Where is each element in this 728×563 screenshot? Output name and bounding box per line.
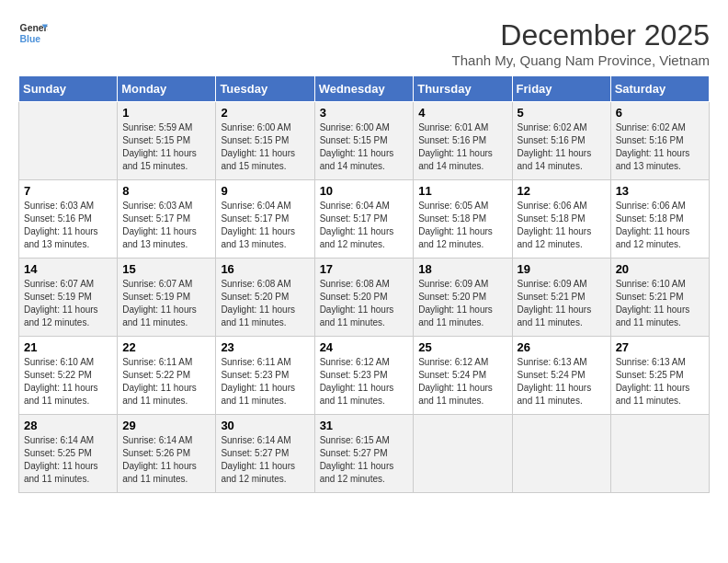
weekday-header-monday: Monday [118,76,216,102]
location-subtitle: Thanh My, Quang Nam Province, Vietnam [452,52,710,68]
day-number: 11 [418,184,506,198]
day-number: 31 [320,419,409,432]
calendar-cell: 31Sunrise: 6:15 AMSunset: 5:27 PMDayligh… [314,415,414,493]
day-info: Sunrise: 6:01 AMSunset: 5:16 PMDaylight:… [418,122,493,171]
day-info: Sunrise: 6:09 AMSunset: 5:20 PMDaylight:… [418,279,493,327]
day-info: Sunrise: 6:12 AMSunset: 5:23 PMDaylight:… [320,357,394,406]
calendar-cell: 8Sunrise: 6:03 AMSunset: 5:17 PMDaylight… [118,180,216,259]
calendar-cell: 9Sunrise: 6:04 AMSunset: 5:17 PMDaylight… [216,180,314,259]
calendar-cell [19,102,118,180]
weekday-header-saturday: Saturday [610,76,709,102]
calendar-cell: 15Sunrise: 6:07 AMSunset: 5:19 PMDayligh… [118,259,216,337]
calendar-week-3: 14Sunrise: 6:07 AMSunset: 5:19 PMDayligh… [19,259,710,337]
day-info: Sunrise: 6:07 AMSunset: 5:19 PMDaylight:… [24,279,98,327]
day-number: 7 [24,184,112,198]
calendar-week-1: 1Sunrise: 5:59 AMSunset: 5:15 PMDaylight… [19,102,710,180]
day-number: 22 [122,340,210,354]
day-number: 17 [320,262,409,276]
calendar-cell: 26Sunrise: 6:13 AMSunset: 5:24 PMDayligh… [512,337,610,415]
day-number: 12 [518,184,606,198]
day-number: 5 [518,106,606,120]
day-number: 23 [221,340,309,354]
page-header: General Blue December 2025 Thanh My, Qua… [18,18,710,68]
day-info: Sunrise: 6:00 AMSunset: 5:15 PMDaylight:… [221,122,295,171]
calendar-cell: 7Sunrise: 6:03 AMSunset: 5:16 PMDaylight… [19,180,118,259]
calendar-cell: 25Sunrise: 6:12 AMSunset: 5:24 PMDayligh… [414,337,512,415]
day-info: Sunrise: 6:06 AMSunset: 5:18 PMDaylight:… [518,201,592,249]
day-info: Sunrise: 6:07 AMSunset: 5:19 PMDaylight:… [122,279,197,327]
day-number: 3 [320,106,409,120]
day-number: 24 [320,340,409,354]
day-info: Sunrise: 6:11 AMSunset: 5:23 PMDaylight:… [221,357,295,406]
day-number: 21 [24,340,112,354]
day-number: 6 [616,106,704,120]
day-info: Sunrise: 6:05 AMSunset: 5:18 PMDaylight:… [418,201,493,249]
day-info: Sunrise: 6:03 AMSunset: 5:16 PMDaylight:… [24,201,98,249]
day-number: 8 [122,184,210,198]
calendar-cell: 12Sunrise: 6:06 AMSunset: 5:18 PMDayligh… [512,180,610,259]
day-number: 28 [24,419,112,432]
calendar-cell: 21Sunrise: 6:10 AMSunset: 5:22 PMDayligh… [19,337,118,415]
day-info: Sunrise: 6:13 AMSunset: 5:24 PMDaylight:… [518,357,592,406]
calendar-cell: 11Sunrise: 6:05 AMSunset: 5:18 PMDayligh… [414,180,512,259]
day-number: 15 [122,262,210,276]
title-block: December 2025 Thanh My, Quang Nam Provin… [452,18,710,68]
calendar-body: 1Sunrise: 5:59 AMSunset: 5:15 PMDaylight… [19,102,710,493]
weekday-header-friday: Friday [512,76,610,102]
logo: General Blue [18,18,48,48]
calendar-cell: 5Sunrise: 6:02 AMSunset: 5:16 PMDaylight… [512,102,610,180]
day-info: Sunrise: 6:14 AMSunset: 5:27 PMDaylight:… [221,435,295,484]
calendar-cell: 22Sunrise: 6:11 AMSunset: 5:22 PMDayligh… [118,337,216,415]
day-info: Sunrise: 6:13 AMSunset: 5:25 PMDaylight:… [616,357,690,406]
calendar-week-2: 7Sunrise: 6:03 AMSunset: 5:16 PMDaylight… [19,180,710,259]
calendar-cell: 4Sunrise: 6:01 AMSunset: 5:16 PMDaylight… [414,102,512,180]
calendar-cell: 16Sunrise: 6:08 AMSunset: 5:20 PMDayligh… [216,259,314,337]
weekday-header-wednesday: Wednesday [314,76,414,102]
calendar-cell: 10Sunrise: 6:04 AMSunset: 5:17 PMDayligh… [314,180,414,259]
day-info: Sunrise: 6:02 AMSunset: 5:16 PMDaylight:… [616,122,690,171]
calendar-table: SundayMondayTuesdayWednesdayThursdayFrid… [18,75,710,493]
weekday-header-tuesday: Tuesday [216,76,314,102]
day-number: 13 [616,184,704,198]
day-number: 16 [221,262,309,276]
day-number: 18 [418,262,506,276]
calendar-cell: 27Sunrise: 6:13 AMSunset: 5:25 PMDayligh… [610,337,709,415]
calendar-cell: 2Sunrise: 6:00 AMSunset: 5:15 PMDaylight… [216,102,314,180]
calendar-cell: 24Sunrise: 6:12 AMSunset: 5:23 PMDayligh… [314,337,414,415]
calendar-cell: 17Sunrise: 6:08 AMSunset: 5:20 PMDayligh… [314,259,414,337]
day-info: Sunrise: 6:11 AMSunset: 5:22 PMDaylight:… [122,357,197,406]
day-number: 25 [418,340,506,354]
day-info: Sunrise: 6:14 AMSunset: 5:26 PMDaylight:… [122,435,197,484]
day-number: 19 [518,262,606,276]
day-info: Sunrise: 6:14 AMSunset: 5:25 PMDaylight:… [24,435,98,484]
calendar-cell: 14Sunrise: 6:07 AMSunset: 5:19 PMDayligh… [19,259,118,337]
day-number: 27 [616,340,704,354]
calendar-cell [414,415,512,493]
calendar-cell: 30Sunrise: 6:14 AMSunset: 5:27 PMDayligh… [216,415,314,493]
calendar-cell [512,415,610,493]
day-number: 29 [122,419,210,432]
day-number: 20 [616,262,704,276]
day-info: Sunrise: 6:15 AMSunset: 5:27 PMDaylight:… [320,435,394,484]
calendar-cell: 19Sunrise: 6:09 AMSunset: 5:21 PMDayligh… [512,259,610,337]
day-info: Sunrise: 6:08 AMSunset: 5:20 PMDaylight:… [320,279,394,327]
calendar-cell [610,415,709,493]
day-info: Sunrise: 6:09 AMSunset: 5:21 PMDaylight:… [518,279,592,327]
calendar-cell: 18Sunrise: 6:09 AMSunset: 5:20 PMDayligh… [414,259,512,337]
day-info: Sunrise: 6:06 AMSunset: 5:18 PMDaylight:… [616,201,690,249]
day-number: 4 [418,106,506,120]
day-info: Sunrise: 6:04 AMSunset: 5:17 PMDaylight:… [320,201,394,249]
calendar-cell: 1Sunrise: 5:59 AMSunset: 5:15 PMDaylight… [118,102,216,180]
day-number: 14 [24,262,112,276]
calendar-cell: 23Sunrise: 6:11 AMSunset: 5:23 PMDayligh… [216,337,314,415]
weekday-header-sunday: Sunday [19,76,118,102]
month-title: December 2025 [452,18,710,52]
calendar-header-row: SundayMondayTuesdayWednesdayThursdayFrid… [19,76,710,102]
day-number: 26 [518,340,606,354]
day-info: Sunrise: 6:12 AMSunset: 5:24 PMDaylight:… [418,357,493,406]
calendar-cell: 13Sunrise: 6:06 AMSunset: 5:18 PMDayligh… [610,180,709,259]
calendar-week-4: 21Sunrise: 6:10 AMSunset: 5:22 PMDayligh… [19,337,710,415]
day-info: Sunrise: 6:08 AMSunset: 5:20 PMDaylight:… [221,279,295,327]
day-info: Sunrise: 6:02 AMSunset: 5:16 PMDaylight:… [518,122,592,171]
calendar-cell: 28Sunrise: 6:14 AMSunset: 5:25 PMDayligh… [19,415,118,493]
